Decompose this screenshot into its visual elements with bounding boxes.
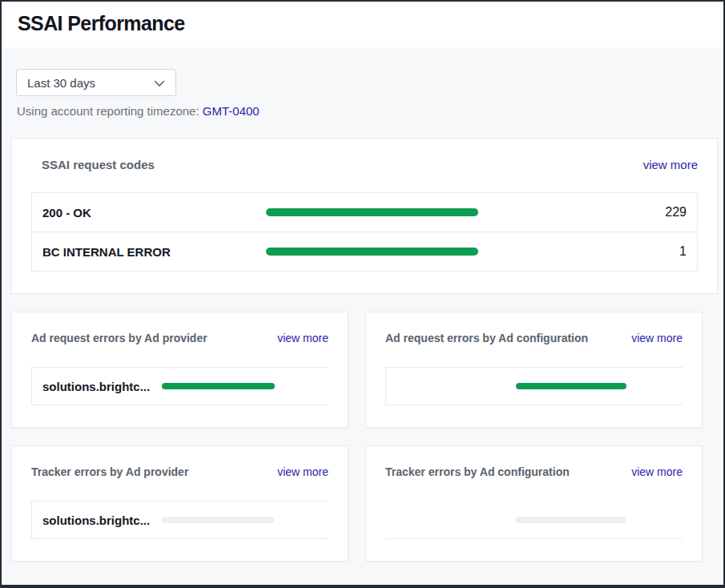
- card-head: SSAI request codes view more: [31, 158, 698, 171]
- card-title: SSAI request codes: [31, 158, 155, 171]
- report-controls: Last 30 days Using account reporting tim…: [16, 69, 714, 118]
- page-title: SSAI Performance: [18, 12, 707, 35]
- row-value: 229: [665, 205, 687, 219]
- view-more-link[interactable]: view more: [277, 332, 328, 344]
- chevron-down-icon: [154, 76, 165, 90]
- timezone-link[interactable]: GMT-0400: [203, 104, 260, 118]
- timezone-note-text: Using account reporting timezone:: [17, 104, 203, 118]
- metric-row: [385, 367, 683, 405]
- row-bar: [162, 383, 275, 389]
- card-tracker-errors-by-ad-configuration: Tracker errors by Ad configuration view …: [365, 445, 703, 562]
- card-tracker-errors-by-ad-provider: Tracker errors by Ad provider view more …: [11, 445, 348, 562]
- view-more-link[interactable]: view more: [643, 158, 698, 171]
- row-label: solutions.brightc...: [42, 513, 162, 527]
- date-range-value: Last 30 days: [27, 76, 95, 90]
- date-range-select[interactable]: Last 30 days: [16, 69, 176, 96]
- card-title: Tracker errors by Ad provider: [31, 465, 188, 478]
- metric-row: solutions.brightc...: [31, 501, 328, 539]
- row-label: solutions.brightc...: [42, 380, 162, 393]
- view-more-link[interactable]: view more: [277, 465, 328, 478]
- card-title: Ad request errors by Ad configuration: [385, 332, 588, 344]
- card-ad-request-errors-by-ad-provider: Ad request errors by Ad provider view mo…: [11, 312, 348, 428]
- metric-row: solutions.brightc...: [31, 367, 328, 405]
- timezone-note: Using account reporting timezone: GMT-04…: [17, 104, 714, 118]
- card-head: Tracker errors by Ad configuration view …: [385, 465, 683, 478]
- card-ad-request-errors-by-ad-configuration: Ad request errors by Ad configuration vi…: [365, 312, 703, 428]
- row-bar: [266, 248, 478, 256]
- cards-grid: Ad request errors by Ad provider view mo…: [11, 312, 714, 562]
- card-title: Ad request errors by Ad provider: [31, 332, 207, 344]
- request-codes-table: 200 - OK 229 BC INTERNAL ERROR 1: [31, 192, 698, 272]
- row-value: 1: [679, 244, 687, 259]
- card-head: Ad request errors by Ad configuration vi…: [385, 332, 683, 344]
- row-bar: [266, 208, 478, 216]
- row-bar: [516, 383, 626, 389]
- metric-row: [385, 501, 683, 539]
- row-bar: [515, 517, 626, 523]
- table-row: BC INTERNAL ERROR 1: [32, 232, 697, 271]
- content-area: Last 30 days Using account reporting tim…: [2, 47, 723, 585]
- ssai-performance-page: SSAI Performance Last 30 days Using acco…: [0, 0, 725, 588]
- row-label: BC INTERNAL ERROR: [42, 245, 266, 259]
- page-header: SSAI Performance: [2, 2, 723, 47]
- card-ssai-request-codes: SSAI request codes view more 200 - OK 22…: [11, 138, 718, 294]
- card-title: Tracker errors by Ad configuration: [385, 465, 570, 478]
- card-head: Ad request errors by Ad provider view mo…: [31, 332, 328, 344]
- row-bar: [162, 517, 275, 523]
- table-row: 200 - OK 229: [32, 193, 697, 232]
- card-head: Tracker errors by Ad provider view more: [31, 465, 328, 478]
- view-more-link[interactable]: view more: [631, 332, 683, 344]
- view-more-link[interactable]: view more: [631, 465, 683, 478]
- row-label: 200 - OK: [42, 206, 266, 219]
